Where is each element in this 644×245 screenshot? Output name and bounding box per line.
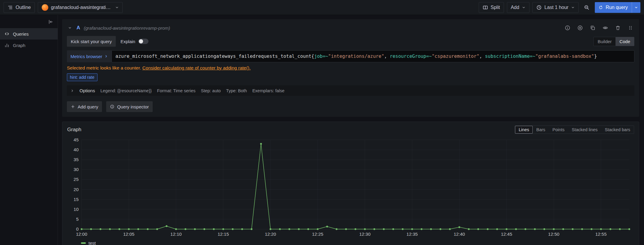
add-label: Add (511, 5, 519, 10)
options-label: Options (79, 88, 95, 93)
disable-query-button[interactable] (601, 24, 609, 32)
query-toolbar-row: Kick start your query Explain Builder Co… (62, 35, 639, 47)
kick-start-query-button[interactable]: Kick start your query (67, 36, 116, 47)
graph-panel-title: Graph (67, 127, 81, 133)
query-token: subscriptionName (485, 54, 530, 59)
hint-add-rate-button[interactable]: hint: add rate (67, 73, 97, 81)
counter-warning-text: Selected metric looks like a counter. (67, 65, 141, 70)
query-input-row: Metrics browser azure_microsoft_network_… (67, 50, 634, 62)
option-exemplars: Exemplars: false (252, 88, 284, 93)
graph-mode-stacked-bars[interactable]: Stacked bars (601, 126, 634, 134)
query-token: job (314, 54, 322, 59)
query-datasource-hint: (grafanacloud-awsintegrationrevamp-prom) (84, 25, 170, 31)
run-query-button-group: Run query (595, 2, 640, 13)
add-query-button[interactable]: Add query (67, 101, 102, 112)
query-token: "cspazuremonitor" (432, 54, 479, 59)
outline-icon (7, 5, 13, 10)
explain-control: Explain (121, 39, 148, 44)
explain-toggle[interactable] (138, 39, 148, 44)
grafana-logo-icon (42, 4, 48, 11)
datasource-help-button[interactable] (564, 24, 571, 32)
svg-text:5: 5 (76, 217, 79, 222)
option-step: Step: auto (201, 88, 221, 93)
svg-text:15: 15 (73, 197, 79, 202)
graph-mode-lines[interactable]: Lines (515, 126, 533, 134)
legend-series-label[interactable]: test (88, 241, 96, 245)
graph-mode-points[interactable]: Points (549, 126, 568, 134)
metrics-browser-button[interactable]: Metrics browser (67, 50, 112, 62)
svg-text:12:05: 12:05 (123, 232, 135, 237)
eye-icon (603, 25, 608, 31)
chevron-right-icon (70, 89, 74, 93)
trash-icon (615, 25, 621, 31)
query-token: , (384, 54, 390, 59)
split-label: Split (491, 5, 500, 10)
run-query-dropdown-toggle[interactable] (632, 2, 640, 13)
query-token: =~ (322, 54, 328, 59)
counter-warning: Selected metric looks like a counter. Co… (67, 65, 634, 71)
sidebar-item-queries[interactable]: Queries (0, 28, 58, 40)
clock-icon (536, 5, 542, 10)
chevron-right-icon (104, 55, 108, 58)
svg-text:12:50: 12:50 (548, 232, 559, 237)
query-expression: azure_microsoft_network_applicationgatew… (115, 54, 597, 59)
promql-query-input[interactable]: azure_microsoft_network_applicationgatew… (112, 50, 634, 62)
svg-text:12:00: 12:00 (76, 232, 87, 237)
legend-swatch[interactable] (81, 242, 86, 244)
collapse-query-button[interactable] (67, 25, 73, 31)
run-query-button[interactable]: Run query (595, 2, 632, 13)
sidebar-item-graph[interactable]: Graph (0, 40, 58, 51)
time-range-picker[interactable]: Last 1 hour (532, 2, 579, 13)
drag-handle-icon (628, 25, 633, 31)
toolbar-right: Split Add Last 1 hour Run query (479, 2, 640, 13)
outline-label: Outline (16, 5, 31, 10)
duplicate-query-button[interactable] (589, 24, 597, 32)
outline-button[interactable]: Outline (4, 2, 35, 13)
query-panel-buttons: Add query Query inspector (67, 101, 634, 112)
svg-text:12:45: 12:45 (501, 232, 512, 237)
metrics-browser-label: Metrics browser (70, 54, 102, 59)
graph-panel: Graph Lines Bars Points Stacked lines St… (62, 122, 639, 245)
query-token: =~ (530, 54, 535, 59)
option-format: Format: Time series (157, 88, 196, 93)
builder-mode-option[interactable]: Builder (594, 37, 616, 46)
svg-text:12:55: 12:55 (595, 232, 607, 237)
zoom-out-time-button[interactable] (582, 2, 592, 13)
split-columns-icon (483, 5, 488, 10)
record-query-button[interactable] (576, 24, 584, 32)
svg-text:10: 10 (73, 207, 79, 212)
query-actions (564, 24, 634, 32)
collapse-sidebar-button[interactable] (47, 18, 55, 26)
query-token: azure_microsoft_network_applicationgatew… (115, 54, 314, 59)
query-editor-panel: A (grafanacloud-awsintegrationrevamp-pro… (62, 19, 639, 117)
sidebar-item-label: Graph (13, 43, 25, 48)
add-query-label: Add query (78, 104, 98, 109)
info-circle-icon (110, 105, 114, 109)
code-icon (4, 31, 10, 37)
svg-text:35: 35 (73, 157, 79, 162)
svg-text:12:30: 12:30 (359, 232, 371, 237)
add-dropdown-button[interactable]: Add (507, 2, 529, 13)
datasource-picker[interactable]: grafanacloud-awsintegrationrevamp-prom (38, 2, 123, 13)
code-mode-option[interactable]: Code (616, 37, 634, 46)
query-options-bar[interactable]: Options Legend: {{resourceName}} Format:… (67, 85, 634, 96)
counter-warning-link[interactable]: Consider calculating rate of counter by … (142, 65, 251, 70)
time-range-label: Last 1 hour (544, 5, 568, 10)
query-token: } (594, 54, 597, 59)
chart-area[interactable]: 12:0012:0512:1012:1512:2012:2512:3012:35… (67, 136, 634, 239)
split-button[interactable]: Split (479, 2, 504, 13)
info-circle-icon (565, 25, 570, 31)
query-inspector-button[interactable]: Query inspector (106, 101, 153, 112)
graph-mode-bars[interactable]: Bars (533, 126, 549, 134)
zoom-out-icon (584, 5, 589, 10)
drag-query-handle[interactable] (627, 24, 634, 32)
graph-mode-stacked-lines[interactable]: Stacked lines (568, 126, 601, 134)
svg-text:12:40: 12:40 (454, 232, 465, 237)
remove-query-button[interactable] (614, 24, 622, 32)
query-token: , (479, 54, 485, 59)
toolbar-left: Outline grafanacloud-awsintegrationrevam… (4, 2, 123, 13)
chevron-down-icon (522, 6, 526, 9)
query-inspector-label: Query inspector (117, 104, 149, 109)
svg-text:20: 20 (73, 187, 79, 192)
refresh-icon (599, 5, 603, 10)
